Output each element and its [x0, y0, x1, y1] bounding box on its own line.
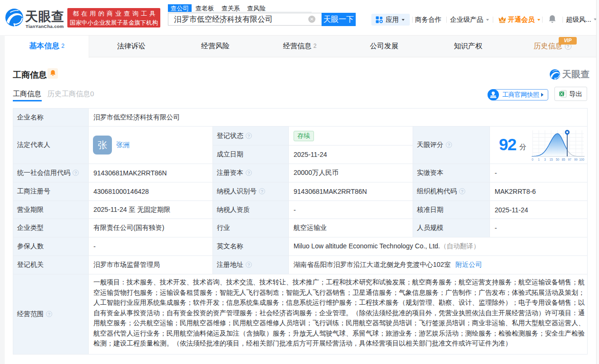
svg-text:100: 100 [579, 158, 584, 161]
svg-text:97: 97 [568, 158, 571, 161]
svg-text:85: 85 [562, 158, 565, 161]
svg-text:50: 50 [556, 158, 560, 161]
svg-text:0: 0 [532, 158, 534, 161]
svg-text:3: 3 [544, 158, 546, 161]
svg-text:15: 15 [549, 158, 553, 161]
svg-text:1: 1 [538, 158, 540, 161]
svg-text:99: 99 [574, 158, 578, 161]
